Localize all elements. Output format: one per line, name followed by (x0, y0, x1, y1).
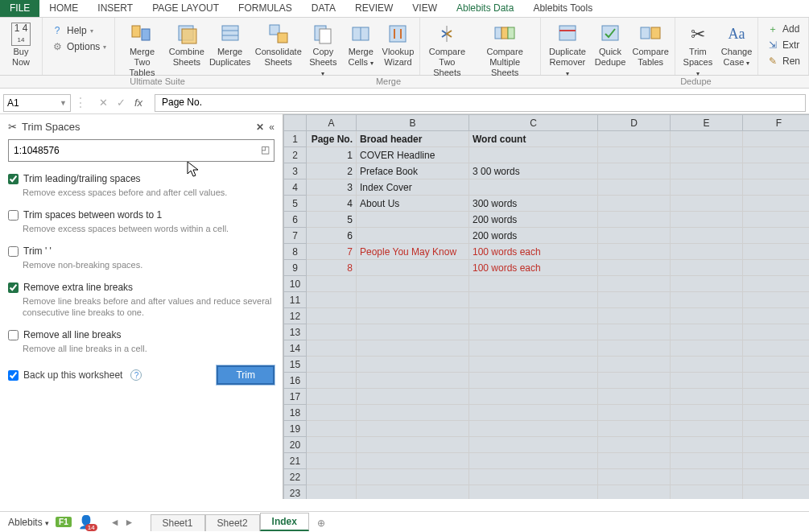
cell[interactable]: 8 (307, 260, 357, 276)
cell[interactable] (671, 260, 743, 276)
cell[interactable] (598, 357, 671, 373)
cell[interactable] (743, 163, 810, 179)
row-header[interactable]: 20 (284, 437, 307, 453)
cell[interactable] (671, 212, 743, 228)
cell[interactable]: Preface Book (357, 163, 469, 179)
accept-formula-button[interactable]: ✓ (113, 95, 129, 111)
cell[interactable] (743, 228, 810, 244)
trim-button[interactable]: Trim (217, 365, 274, 385)
sheet-tab[interactable]: Sheet1 (151, 514, 205, 531)
cell[interactable] (307, 308, 357, 324)
cell[interactable] (357, 469, 469, 485)
cell[interactable]: 7 (307, 244, 357, 260)
cell[interactable] (671, 292, 743, 308)
cell[interactable] (357, 373, 469, 389)
cell[interactable] (671, 485, 743, 500)
select-range-icon[interactable]: ◰ (261, 144, 270, 155)
cell[interactable] (671, 437, 743, 453)
cell[interactable] (357, 324, 469, 340)
row-header[interactable]: 19 (284, 421, 307, 437)
cell[interactable] (357, 485, 469, 500)
quick-dedupe-button[interactable]: Quick Dedupe (592, 19, 629, 80)
cell[interactable] (743, 324, 810, 340)
row-header[interactable]: 12 (284, 308, 307, 324)
compare-tables-button[interactable]: Compare Tables (630, 19, 671, 80)
cell[interactable]: 100 words each (469, 260, 598, 276)
row-header[interactable]: 6 (284, 212, 307, 228)
compare-multiple-button[interactable]: Compare Multiple Sheets (473, 19, 537, 80)
cell[interactable]: About Us (357, 196, 469, 212)
help-icon[interactable]: ? (130, 369, 142, 381)
cell[interactable]: 3 00 words (469, 163, 598, 179)
cell[interactable] (469, 389, 598, 405)
cell[interactable] (307, 340, 357, 357)
cell[interactable] (357, 357, 469, 373)
cell[interactable] (469, 437, 598, 453)
col-header[interactable]: F (743, 115, 810, 131)
option-checkbox[interactable] (8, 246, 19, 257)
option-checkbox[interactable] (8, 282, 19, 293)
cell[interactable]: 6 (307, 228, 357, 244)
cell[interactable]: 100 words each (469, 244, 598, 260)
row-header[interactable]: 5 (284, 196, 307, 212)
brand-label[interactable]: Ablebits ▾ (8, 517, 49, 528)
cell[interactable] (598, 147, 671, 163)
cell[interactable] (598, 485, 671, 500)
cell[interactable] (671, 469, 743, 485)
cell[interactable]: 200 words (469, 212, 598, 228)
cell[interactable] (357, 405, 469, 421)
add-sheet-button[interactable]: ⊕ (309, 515, 333, 531)
cancel-formula-button[interactable]: ✕ (95, 95, 111, 111)
cell[interactable] (357, 276, 469, 292)
tab-review[interactable]: REVIEW (345, 0, 402, 17)
cell[interactable] (671, 324, 743, 340)
copy-sheets-button[interactable]: Copy Sheets ▾ (304, 19, 341, 80)
cell[interactable] (671, 196, 743, 212)
cell[interactable] (671, 340, 743, 357)
tab-home[interactable]: HOME (39, 0, 88, 17)
cell[interactable] (743, 212, 810, 228)
close-pane-button[interactable]: ✕ (256, 122, 264, 133)
tab-formulas[interactable]: FORMULAS (229, 0, 302, 17)
cell[interactable] (598, 292, 671, 308)
merge-duplicates-button[interactable]: Merge Duplicates (208, 19, 252, 80)
row-header[interactable]: 8 (284, 244, 307, 260)
row-header[interactable]: 10 (284, 276, 307, 292)
cell[interactable] (743, 147, 810, 163)
cell[interactable]: Index Cover (357, 179, 469, 196)
row-header[interactable]: 1 (284, 131, 307, 147)
cell[interactable]: Broad header (357, 131, 469, 147)
row-header[interactable]: 2 (284, 147, 307, 163)
row-header[interactable]: 21 (284, 453, 307, 469)
cell[interactable] (598, 179, 671, 196)
cell[interactable] (307, 469, 357, 485)
cell[interactable] (469, 485, 598, 500)
cell[interactable] (357, 340, 469, 357)
row-header[interactable]: 13 (284, 324, 307, 340)
cell[interactable] (743, 357, 810, 373)
cell[interactable] (598, 437, 671, 453)
cell[interactable] (598, 453, 671, 469)
cell[interactable] (598, 308, 671, 324)
cell[interactable]: 4 (307, 196, 357, 212)
cell[interactable] (307, 389, 357, 405)
cell[interactable] (598, 244, 671, 260)
duplicate-remover-button[interactable]: Duplicate Remover ▾ (544, 19, 590, 80)
cell[interactable] (743, 131, 810, 147)
cell[interactable] (357, 437, 469, 453)
row-header[interactable]: 9 (284, 260, 307, 276)
tab-view[interactable]: VIEW (402, 0, 447, 17)
cell[interactable] (743, 485, 810, 500)
cell[interactable] (469, 308, 598, 324)
cell[interactable] (743, 437, 810, 453)
cell[interactable] (671, 405, 743, 421)
cell[interactable] (357, 228, 469, 244)
cell[interactable] (469, 179, 598, 196)
cell[interactable] (307, 292, 357, 308)
cell[interactable] (307, 453, 357, 469)
sheet-prev-button[interactable]: ◄ (110, 517, 120, 528)
range-input[interactable] (8, 139, 274, 162)
tab-ablebits-tools[interactable]: Ablebits Tools (523, 0, 602, 17)
cell[interactable] (469, 276, 598, 292)
cell[interactable]: 2 (307, 163, 357, 179)
